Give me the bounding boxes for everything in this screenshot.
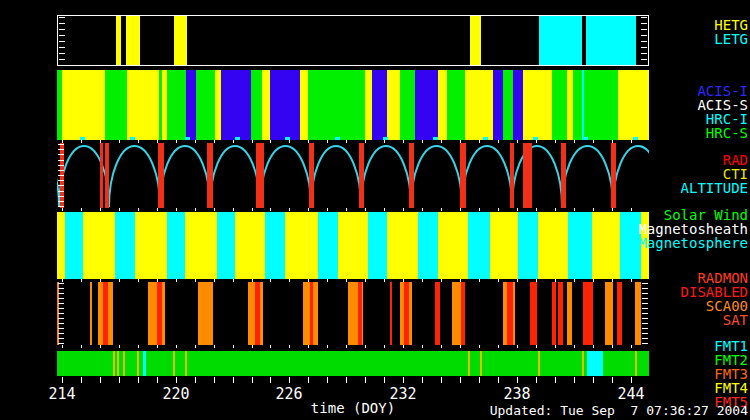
day-tick (441, 279, 442, 282)
radzone-bar (207, 143, 213, 208)
day-tick (100, 279, 101, 282)
y-axis-tick (58, 160, 64, 161)
y-axis-tick (59, 17, 65, 18)
day-tick (346, 208, 347, 211)
y-axis-tick (58, 206, 64, 207)
band-instruments-segment (62, 70, 105, 140)
day-tick (252, 377, 253, 383)
day-tick (612, 208, 613, 211)
band-gratings-segment (539, 16, 582, 65)
day-tick (157, 208, 158, 211)
band-instruments-segment (618, 70, 649, 140)
day-tick (593, 208, 594, 211)
day-tick (308, 208, 309, 211)
radzone-bar (561, 143, 566, 208)
hrc-event-marker (633, 137, 638, 140)
y-axis-tick (642, 283, 648, 284)
day-tick (214, 208, 215, 211)
band-gratings-segment (174, 16, 187, 65)
y-axis-tick (59, 29, 65, 30)
day-tick (631, 279, 632, 282)
label-fmt2: FMT2 (714, 353, 748, 367)
band-radmon (57, 282, 649, 345)
y-axis-tick (58, 343, 64, 344)
day-tick (631, 208, 632, 211)
band-region (57, 212, 649, 279)
day-tick (479, 140, 480, 143)
band-region-segment (217, 212, 235, 279)
day-tick (289, 377, 290, 383)
band-region-segment (518, 212, 538, 279)
y-axis-tick (642, 313, 648, 314)
day-tick (100, 140, 101, 143)
day-tick (384, 279, 385, 282)
y-axis-tick (58, 283, 64, 284)
y-axis-tick (642, 323, 648, 324)
day-tick (517, 140, 518, 143)
day-tick (536, 208, 537, 211)
day-tick (384, 140, 385, 143)
band-radmon-segment (558, 282, 563, 345)
label-solar-wind: Solar Wind (664, 208, 748, 222)
day-tick (176, 208, 177, 211)
band-fmt-segment (635, 351, 637, 376)
band-instruments (57, 70, 649, 140)
band-instruments-segment (465, 70, 493, 140)
day-tick (346, 279, 347, 282)
day-tick (479, 279, 480, 282)
band-fmt-segment (117, 351, 119, 376)
day-tick (195, 208, 196, 211)
band-instruments-segment (186, 70, 196, 140)
day-tick (612, 345, 613, 348)
day-tick (270, 279, 271, 282)
day-tick (327, 345, 328, 348)
band-radmon-segment (90, 282, 92, 345)
day-tick (214, 279, 215, 282)
band-radmon-segment (103, 282, 108, 345)
band-instruments-segment (105, 70, 127, 140)
y-axis-tick (642, 298, 648, 299)
day-tick (517, 377, 518, 383)
day-tick (157, 377, 158, 383)
day-tick (555, 208, 556, 211)
y-axis-tick (58, 288, 64, 289)
day-tick (233, 377, 234, 383)
day-tick (441, 377, 442, 383)
day-tick (555, 345, 556, 348)
day-tick (252, 208, 253, 211)
band-region-segment (265, 212, 285, 279)
band-instruments-segment (127, 70, 159, 140)
y-axis-tick (58, 180, 64, 181)
y-axis-tick (58, 303, 64, 304)
label-rad: RAD (723, 153, 748, 167)
y-axis-tick (59, 23, 65, 24)
band-radmon-segment (461, 282, 465, 345)
day-tick (195, 377, 196, 383)
hrc-event-marker (433, 137, 438, 140)
plot-area: 214220226232238244HETGLETGACIS-IACIS-SHR… (0, 0, 750, 420)
label-letg: LETG (714, 32, 748, 46)
day-tick (270, 208, 271, 211)
label-acis-i: ACIS-I (697, 84, 748, 98)
day-tick (81, 208, 82, 211)
band-instruments-segment (493, 70, 503, 140)
day-tick (631, 377, 632, 383)
y-axis-tick (642, 328, 648, 329)
band-instruments-segment (523, 70, 552, 140)
day-tick (195, 279, 196, 282)
day-tick (574, 377, 575, 383)
radzone-bar (256, 143, 264, 208)
day-tick (308, 345, 309, 348)
band-instruments-segment (387, 70, 400, 140)
day-tick (289, 345, 290, 348)
day-tick (176, 140, 177, 143)
band-instruments-segment (196, 70, 215, 140)
day-tick (517, 208, 518, 211)
day-tick (574, 345, 575, 348)
day-tick (460, 140, 461, 143)
day-tick (460, 345, 461, 348)
day-tick (479, 208, 480, 211)
day-tick (498, 279, 499, 282)
band-radmon-segment (635, 282, 641, 345)
band-instruments-segment (415, 70, 438, 140)
